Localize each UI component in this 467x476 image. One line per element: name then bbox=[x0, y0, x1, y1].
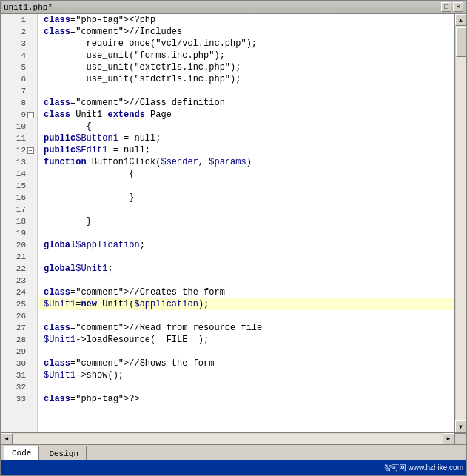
line-num-label: 28 bbox=[11, 335, 26, 344]
line-number-3: 3 bbox=[1, 38, 37, 50]
line-number-1: 1 bbox=[1, 14, 37, 26]
code-line-22: global $Unit1; bbox=[38, 263, 454, 275]
code-line-18: } bbox=[38, 215, 454, 227]
code-line-27: class="comment">//Read from resource fil… bbox=[38, 322, 454, 334]
title-bar: unit1.php* □ × bbox=[1, 1, 466, 14]
line-num-label: 3 bbox=[11, 39, 26, 48]
line-num-label: 17 bbox=[11, 205, 26, 214]
line-number-17: 17 bbox=[1, 204, 37, 215]
code-line-13: function Button1Click($sender, $params) bbox=[38, 156, 454, 168]
line-number-4: 4 bbox=[1, 50, 37, 61]
code-line-12: public $Edit1 = null; bbox=[38, 144, 454, 156]
vertical-scrollbar[interactable]: ▲ ▼ bbox=[454, 14, 466, 432]
code-line-1: class="php-tag"><?php bbox=[38, 14, 454, 26]
line-num-label: 22 bbox=[11, 264, 26, 273]
line-number-32: 32 bbox=[1, 381, 37, 393]
line-number-33: 33 bbox=[1, 393, 37, 405]
main-window: unit1.php* □ × 123456789−101112−13141516… bbox=[0, 0, 467, 476]
line-num-label: 25 bbox=[11, 300, 26, 309]
line-num-label: 27 bbox=[11, 324, 26, 332]
scroll-thumb[interactable] bbox=[456, 27, 466, 57]
line-number-19: 19 bbox=[1, 227, 37, 239]
line-num-label: 6 bbox=[11, 75, 26, 84]
code-line-5: use_unit("extctrls.inc.php"); bbox=[38, 61, 454, 73]
line-num-label: 12 bbox=[11, 146, 26, 155]
code-line-20: global $application; bbox=[38, 239, 454, 251]
code-line-33: class="php-tag">?> bbox=[38, 393, 454, 405]
code-line-16: } bbox=[38, 192, 454, 204]
code-line-30: class="comment">//Shows the form bbox=[38, 358, 454, 369]
scroll-h-track[interactable] bbox=[13, 434, 443, 444]
code-line-10: { bbox=[38, 121, 454, 133]
line-num-label: 19 bbox=[11, 229, 26, 238]
scroll-right-button[interactable]: ► bbox=[443, 433, 454, 445]
line-num-label: 4 bbox=[11, 51, 26, 60]
line-num-label: 13 bbox=[11, 158, 26, 167]
line-num-label: 14 bbox=[11, 170, 26, 178]
line-num-label: 24 bbox=[11, 288, 26, 297]
line-num-label: 9 bbox=[11, 110, 26, 119]
line-num-label: 10 bbox=[11, 122, 26, 131]
restore-button[interactable]: □ bbox=[441, 2, 451, 12]
code-line-14: { bbox=[38, 168, 454, 180]
code-line-6: use_unit("stdctrls.inc.php"); bbox=[38, 73, 454, 85]
line-num-label: 33 bbox=[11, 395, 26, 403]
tab-design[interactable]: Design bbox=[41, 446, 87, 460]
line-num-label: 5 bbox=[11, 63, 26, 72]
code-editor[interactable]: class="php-tag"><?php class="comment">//… bbox=[38, 14, 454, 432]
line-number-22: 22 bbox=[1, 263, 37, 275]
line-num-label: 20 bbox=[11, 241, 26, 249]
code-line-4: use_unit("forms.inc.php"); bbox=[38, 50, 454, 61]
tab-code[interactable]: Code bbox=[4, 446, 39, 460]
scroll-track[interactable] bbox=[456, 26, 466, 420]
tabs-bar: Code Design bbox=[1, 444, 466, 460]
line-num-label: 29 bbox=[11, 347, 26, 356]
code-line-8: class="comment">//Class definition bbox=[38, 97, 454, 109]
line-number-28: 28 bbox=[1, 334, 37, 346]
line-number-27: 27 bbox=[1, 322, 37, 334]
line-num-label: 11 bbox=[11, 134, 26, 143]
line-number-2: 2 bbox=[1, 26, 37, 38]
close-button[interactable]: × bbox=[453, 2, 463, 12]
code-line-9: class Unit1 extends Page bbox=[38, 109, 454, 121]
line-number-26: 26 bbox=[1, 310, 37, 322]
line-num-label: 15 bbox=[11, 181, 26, 190]
collapse-icon[interactable]: − bbox=[27, 147, 34, 154]
line-num-label: 23 bbox=[11, 276, 26, 285]
line-num-label: 32 bbox=[11, 383, 26, 392]
line-number-18: 18 bbox=[1, 215, 37, 227]
title-buttons: □ × bbox=[441, 2, 463, 12]
line-number-11: 11 bbox=[1, 133, 37, 144]
line-num-label: 30 bbox=[11, 359, 26, 368]
line-num-label: 2 bbox=[11, 27, 26, 36]
line-number-24: 24 bbox=[1, 286, 37, 298]
line-numbers-panel: 123456789−101112−13141516171819202122232… bbox=[1, 14, 38, 432]
line-num-label: 7 bbox=[11, 87, 26, 95]
code-lines: class="php-tag"><?php class="comment">//… bbox=[38, 14, 454, 405]
line-number-13: 13 bbox=[1, 156, 37, 168]
line-number-20: 20 bbox=[1, 239, 37, 251]
code-line-32 bbox=[38, 381, 454, 393]
line-number-23: 23 bbox=[1, 275, 37, 286]
horizontal-scrollbar[interactable]: ◄ ► bbox=[1, 432, 466, 444]
code-line-31: $Unit1->show(); bbox=[38, 369, 454, 381]
collapse-icon[interactable]: − bbox=[27, 112, 34, 118]
line-num-label: 8 bbox=[11, 98, 26, 107]
editor-area: 123456789−101112−13141516171819202122232… bbox=[1, 14, 466, 432]
line-number-7: 7 bbox=[1, 85, 37, 97]
window-title: unit1.php* bbox=[4, 3, 53, 12]
line-number-16: 16 bbox=[1, 192, 37, 204]
code-line-21 bbox=[38, 251, 454, 263]
line-number-30: 30 bbox=[1, 358, 37, 369]
line-number-31: 31 bbox=[1, 369, 37, 381]
code-line-23 bbox=[38, 275, 454, 286]
scroll-left-button[interactable]: ◄ bbox=[1, 433, 13, 445]
line-number-14: 14 bbox=[1, 168, 37, 180]
line-number-10: 10 bbox=[1, 121, 37, 133]
code-line-7 bbox=[38, 85, 454, 97]
scroll-up-button[interactable]: ▲ bbox=[455, 14, 467, 26]
line-num-label: 21 bbox=[11, 252, 26, 261]
code-line-17 bbox=[38, 204, 454, 215]
code-line-29 bbox=[38, 346, 454, 358]
scroll-down-button[interactable]: ▼ bbox=[455, 420, 467, 432]
